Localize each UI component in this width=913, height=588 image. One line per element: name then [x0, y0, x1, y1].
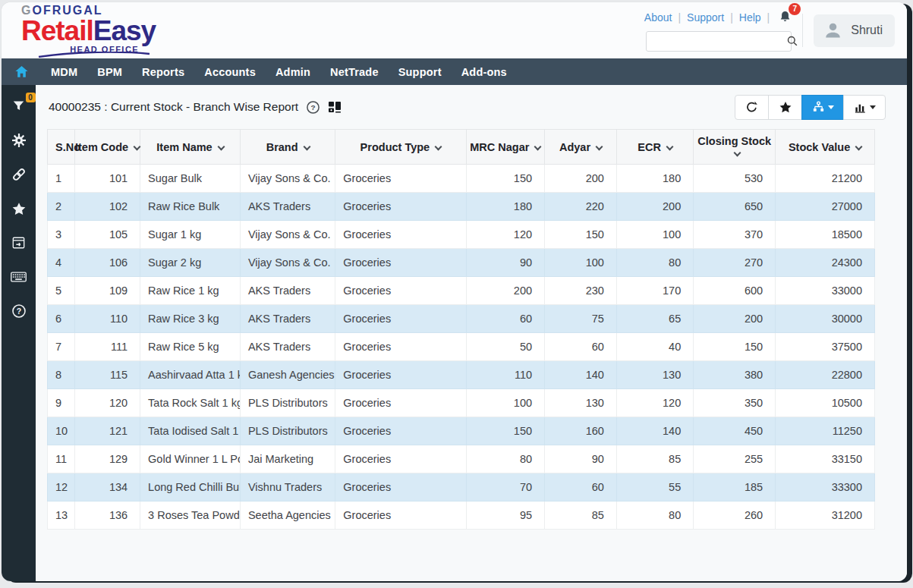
search-input[interactable]	[653, 36, 786, 47]
table-row[interactable]: 3105Sugar 1 kgVijay Sons & Co.Groceries1…	[48, 221, 875, 249]
column-label: Item Code	[75, 141, 128, 153]
cell-s-no: 12	[48, 473, 75, 502]
cell-item-code: 106	[74, 249, 140, 277]
column-header-mrc-nagar[interactable]: MRC Nagar	[466, 130, 545, 165]
column-header-closing-stock[interactable]: Closing Stock	[694, 130, 776, 165]
table-row[interactable]: 8115Aashirvaad Atta 1 kgGanesh AgenciesG…	[48, 361, 875, 389]
link-help[interactable]: Help	[739, 11, 761, 24]
cell-brand: PLS Distributors	[240, 417, 335, 445]
table-row[interactable]: 10121Tata Iodised Salt 1 kgPLS Distribut…	[48, 417, 875, 445]
chart-view-button[interactable]	[843, 95, 886, 120]
report-help-button[interactable]: ?	[306, 100, 320, 115]
nav-item-bpm[interactable]: BPM	[87, 58, 132, 85]
sort-chevron-icon	[435, 143, 442, 150]
nav-item-reports[interactable]: Reports	[132, 58, 194, 85]
cell-closing-stock: 380	[694, 361, 776, 389]
sidebar-window-export-button[interactable]	[9, 234, 29, 252]
report-title-wrap: 40000235 : Current Stock - Branch Wise R…	[49, 100, 342, 115]
nav-item-add-ons[interactable]: Add-ons	[452, 58, 517, 85]
link-support[interactable]: Support	[687, 11, 724, 24]
top-header: GOFRUGAL RetailEasy HEAD OFFICE About|Su…	[2, 2, 907, 58]
notification-bell[interactable]: 7	[779, 10, 792, 26]
table-row[interactable]: 11129Gold Winner 1 L PouchJai MarketingG…	[48, 445, 875, 473]
cell-mrc-nagar: 60	[466, 305, 545, 333]
user-menu[interactable]: Shruti	[814, 14, 895, 47]
report-title: 40000235 : Current Stock - Branch Wise R…	[49, 100, 298, 114]
hierarchy-view-button[interactable]	[801, 95, 844, 120]
cell-s-no: 3	[48, 221, 75, 249]
cell-stock-value: 31200	[776, 502, 875, 530]
column-header-stock-value[interactable]: Stock Value	[776, 130, 875, 165]
column-header-ecr[interactable]: ECR	[616, 130, 693, 165]
cell-item-code: 115	[74, 361, 140, 389]
link-about[interactable]: About	[644, 11, 672, 24]
report-layout-button[interactable]	[328, 100, 342, 114]
refresh-button[interactable]	[735, 95, 769, 120]
cell-item-name: Sugar 2 kg	[140, 249, 241, 277]
nav-item-admin[interactable]: Admin	[266, 58, 320, 85]
nav-item-accounts[interactable]: Accounts	[194, 58, 266, 85]
cell-stock-value: 30000	[776, 305, 875, 333]
keyboard-icon	[11, 272, 27, 282]
cell-item-name: Long Red Chilli Bulk	[140, 473, 241, 502]
cell-stock-value: 33300	[776, 473, 875, 502]
sort-chevron-icon	[217, 143, 225, 150]
sidebar-keyboard-button[interactable]	[9, 268, 29, 286]
dashboard-grid-icon	[328, 100, 342, 114]
nav-item-mdm[interactable]: MDM	[41, 58, 87, 85]
table-row[interactable]: 5109Raw Rice 1 kgAKS TradersGroceries200…	[48, 277, 875, 305]
table-row[interactable]: 7111Raw Rice 5 kgAKS TradersGroceries506…	[48, 333, 875, 361]
cell-stock-value: 21200	[776, 165, 875, 193]
column-label: Adyar	[559, 141, 590, 153]
nav-item-support[interactable]: Support	[389, 58, 452, 85]
report-table: S.NoItem CodeItem NameBrandProduct TypeM…	[47, 129, 875, 530]
table-row[interactable]: 131363 Roses Tea PowderSeetha AgenciesGr…	[48, 502, 875, 530]
left-sidebar: 0 ?	[2, 85, 36, 581]
cell-closing-stock: 600	[694, 277, 776, 305]
filter-icon	[11, 99, 26, 113]
table-row[interactable]: 6110Raw Rice 3 kgAKS TradersGroceries607…	[48, 305, 875, 333]
logo-swoosh	[37, 52, 151, 58]
sidebar-favorites-button[interactable]	[9, 200, 29, 218]
cell-adyar: 85	[545, 502, 617, 530]
column-header-brand[interactable]: Brand	[240, 130, 335, 165]
cell-mrc-nagar: 180	[466, 193, 545, 221]
sidebar-filter-button[interactable]: 0	[9, 97, 29, 115]
cell-stock-value: 33150	[776, 445, 875, 473]
table-row[interactable]: 4106Sugar 2 kgVijay Sons & Co.Groceries9…	[48, 249, 875, 277]
cell-stock-value: 33000	[776, 277, 875, 305]
cell-brand: Seetha Agencies	[240, 502, 335, 530]
nav-home-button[interactable]	[2, 58, 41, 85]
cell-product-type: Groceries	[335, 165, 466, 193]
brand-logo[interactable]: GOFRUGAL RetailEasy HEAD OFFICE	[21, 3, 156, 58]
cell-brand: Vijay Sons & Co.	[240, 165, 335, 193]
table-row[interactable]: 2102Raw Rice BulkAKS TradersGroceries180…	[48, 193, 875, 221]
cell-ecr: 180	[616, 165, 693, 193]
cell-brand: Jai Marketing	[240, 445, 335, 473]
sidebar-link-button[interactable]	[9, 165, 29, 184]
cell-ecr: 85	[616, 445, 693, 473]
column-header-product-type[interactable]: Product Type	[335, 130, 466, 165]
cell-mrc-nagar: 120	[466, 221, 545, 249]
help-icon: ?	[11, 303, 27, 319]
cell-ecr: 80	[616, 502, 693, 530]
table-row[interactable]: 12134Long Red Chilli BulkVishnu TradersG…	[48, 473, 875, 502]
cell-mrc-nagar: 90	[466, 249, 545, 277]
cell-mrc-nagar: 110	[466, 361, 545, 389]
sidebar-help-button[interactable]: ?	[9, 302, 29, 320]
table-row[interactable]: 1101Sugar BulkVijay Sons & Co.Groceries1…	[48, 165, 875, 193]
column-header-adyar[interactable]: Adyar	[545, 130, 617, 165]
nav-item-nettrade[interactable]: NetTrade	[320, 58, 389, 85]
cell-stock-value: 11250	[776, 417, 875, 445]
favorite-button[interactable]	[768, 95, 802, 120]
cell-closing-stock: 370	[694, 221, 776, 249]
refresh-icon	[745, 101, 758, 114]
cell-s-no: 11	[48, 445, 75, 473]
table-row[interactable]: 9120Tata Rock Salt 1 kgPLS DistributorsG…	[48, 389, 875, 417]
column-header-item-name[interactable]: Item Name	[140, 130, 241, 165]
chart-caret-icon	[870, 105, 876, 109]
column-header-item-code[interactable]: Item Code	[74, 130, 140, 165]
sidebar-settings-button[interactable]	[9, 131, 29, 149]
cell-mrc-nagar: 70	[466, 473, 545, 502]
search-icon[interactable]	[786, 35, 798, 47]
